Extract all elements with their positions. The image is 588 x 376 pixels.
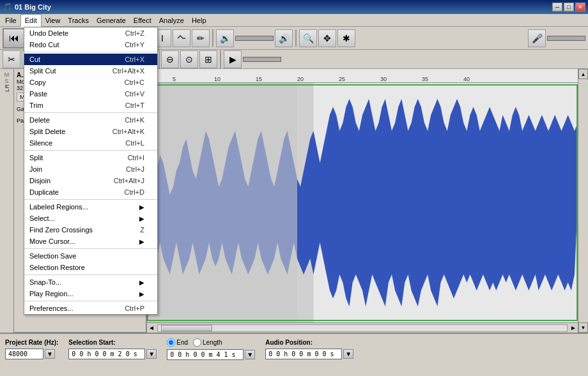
selection-end-arrow[interactable]: ▼ [245,350,255,359]
menu-generate[interactable]: Generate [93,14,130,27]
separator-c [24,150,157,151]
selection-start-field[interactable] [68,349,145,359]
separator-5 [220,50,221,68]
menu-split-delete[interactable]: Split Delete Ctrl+Alt+K [24,126,157,137]
audio-position-field[interactable] [265,349,342,359]
scroll-bar[interactable] [157,324,568,332]
volume-up-button[interactable]: 🔊 [275,29,293,47]
menu-find-zero[interactable]: Find Zero Crossings Z [24,224,157,236]
end-length-group: End Length ▼ [167,338,255,360]
menu-duplicate[interactable]: Duplicate Ctrl+D [24,186,157,198]
project-rate-field[interactable] [5,349,43,359]
pan-tool-button[interactable]: ✥ [318,29,336,47]
input-slider[interactable] [547,36,585,41]
audio-position-group: Audio Position: ▼ [265,339,353,359]
menu-selection-restore[interactable]: Selection Restore [24,262,157,273]
menu-tracks[interactable]: Tracks [64,14,93,27]
menu-labeled-regions[interactable]: Labeled Regions... ▶ [24,201,157,213]
selection-end-input: ▼ [167,349,255,360]
scroll-up-button[interactable]: ▲ [578,69,588,79]
envelope-tool-button[interactable] [173,29,190,47]
multi-tool-button[interactable]: ✱ [337,29,355,47]
menu-paste[interactable]: Paste Ctrl+V [24,88,157,100]
project-rate-arrow[interactable]: ▼ [45,349,55,359]
menu-cut[interactable]: Cut Ctrl+X [24,54,157,65]
project-rate-input: ▼ [5,349,58,359]
zoom-out-button[interactable]: ⊖ [161,50,179,68]
length-radio-label[interactable]: Length [193,338,222,347]
menu-analyze[interactable]: Analyze [155,14,188,27]
tick-20: 20 [297,76,304,82]
app-icon: 🎵 [3,3,12,11]
selection-start-input: ▼ [68,349,157,359]
scroll-thumb[interactable] [161,325,212,331]
menu-preferences[interactable]: Preferences... Ctrl+P [24,303,157,314]
separator-2 [212,29,213,47]
scroll-down-button[interactable]: ▼ [578,322,588,333]
scroll-left-button[interactable]: ◄ [147,324,156,331]
menu-effect[interactable]: Effect [130,14,155,27]
end-radio-label[interactable]: End [167,338,188,347]
menu-snap-to[interactable]: Snap-To... ▶ [24,276,157,288]
left-side-panel: M S R L [0,69,14,333]
window-controls: ─ □ ✕ [552,3,585,11]
project-rate-group: Project Rate (Hz): ▼ [5,339,58,359]
pencil-tool-button[interactable]: ✏ [192,29,210,47]
tick-5: 5 [173,76,176,82]
menu-delete[interactable]: Delete Ctrl+K [24,114,157,126]
maximize-button[interactable]: □ [564,3,574,11]
close-button[interactable]: ✕ [575,3,585,11]
playback-vol-slider[interactable] [243,57,281,62]
scroll-track[interactable] [578,79,588,322]
audio-position-label: Audio Position: [265,339,353,346]
menu-copy[interactable]: Copy Ctrl+C [24,77,157,88]
menu-move-cursor[interactable]: Move Cursor... ▶ [24,236,157,247]
tick-10: 10 [214,76,220,82]
zoom-in-button[interactable]: 🔍 [299,29,317,47]
menu-play-region[interactable]: Play Region... ▶ [24,288,157,299]
menu-edit[interactable]: Edit [20,14,42,27]
play-green-button[interactable]: ▶ [224,50,242,68]
menu-file[interactable]: File [1,14,20,27]
menu-join[interactable]: Join Ctrl+J [24,163,157,175]
menu-view[interactable]: View [42,14,65,27]
status-bar: Project Rate (Hz): ▼ Selection Start: ▼ … [0,333,588,365]
scroll-right-button[interactable]: ► [569,324,578,331]
minimize-button[interactable]: ─ [552,3,562,11]
separator-a [24,52,157,52]
selection-overlay [147,83,297,322]
selection-end-field[interactable] [167,349,244,360]
zoom-fit-button[interactable]: ⊞ [199,50,217,68]
volume-slider[interactable] [235,36,274,41]
end-label: End [176,339,188,346]
zoom-sel-button[interactable]: ⊙ [180,50,198,68]
length-radio[interactable] [193,338,201,347]
selection-start-arrow[interactable]: ▼ [146,349,157,359]
project-rate-label: Project Rate (Hz): [5,339,58,346]
menu-disjoin[interactable]: Disjoin Ctrl+Alt+J [24,175,157,186]
menu-select[interactable]: Select... ▶ [24,213,157,224]
end-radio[interactable] [167,338,175,347]
menu-undo-delete[interactable]: Undo Delete Ctrl+Z [24,27,157,39]
tick-15: 15 [256,76,262,82]
menu-redo-cut[interactable]: Redo Cut Ctrl+Y [24,39,157,50]
menu-selection-save[interactable]: Selection Save [24,250,157,262]
edit-dropdown-panel: Undo Delete Ctrl+Z Redo Cut Ctrl+Y Cut C… [24,27,158,315]
edit-menu-dropdown: Undo Delete Ctrl+Z Redo Cut Ctrl+Y Cut C… [24,27,158,315]
skip-back-button[interactable]: ⏮ [3,28,26,49]
menu-split-cut[interactable]: Split Cut Ctrl+Alt+X [24,65,157,77]
menu-help[interactable]: Help [188,14,210,27]
cut-button[interactable]: ✂ [3,50,20,68]
audio-position-arrow[interactable]: ▼ [343,349,353,359]
menu-silence[interactable]: Silence Ctrl+L [24,137,157,149]
window-title: 01 Big City [15,3,51,11]
timeline: 5 10 15 20 25 30 35 40 [147,69,578,83]
separator-f [24,274,157,275]
mic-button[interactable]: 🎤 [528,29,546,47]
tick-40: 40 [463,76,470,82]
track-label: R [4,84,10,89]
menu-trim[interactable]: Trim Ctrl+T [24,100,157,111]
volume-down-button[interactable]: 🔉 [216,29,234,47]
menu-split[interactable]: Split Ctrl+I [24,152,157,163]
separator-3 [295,29,297,47]
